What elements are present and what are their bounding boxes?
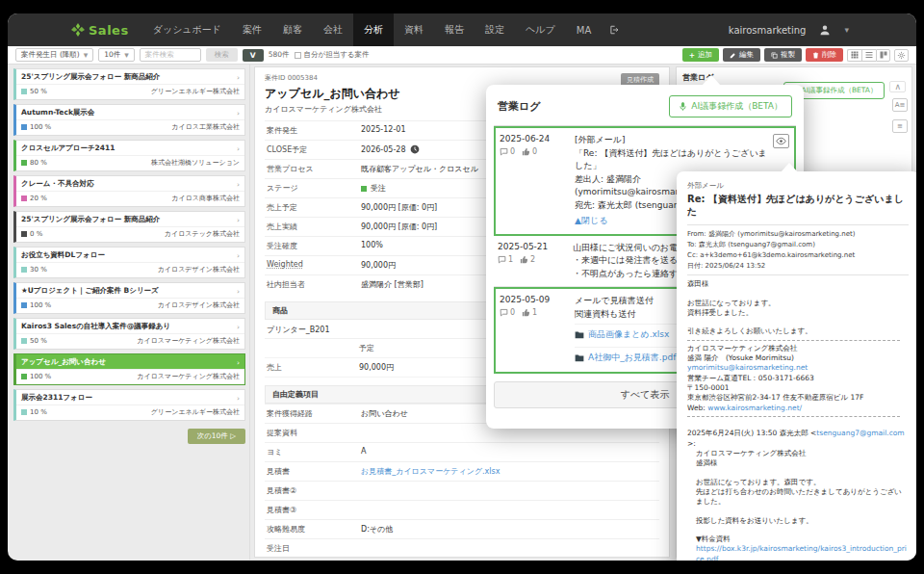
email-kind-label: 外部メール (687, 181, 909, 191)
collapse-icon[interactable]: ∧ (889, 81, 906, 92)
email-body-line: 森田様 (687, 279, 909, 289)
nav-item-資料[interactable]: 資料 (394, 13, 434, 46)
list-view-icon[interactable] (861, 49, 876, 62)
deal-card[interactable]: ★Uプロジェクト｜ご紹介案件 Bシリーズ›100 %カイロスデザイン株式会社 (13, 282, 245, 314)
file-link[interactable]: お見積書_カイロスマーケティング.xlsx (361, 466, 500, 477)
deal-card[interactable]: クレーム・不具合対応›20 %カイロス商事株式会社 (13, 175, 245, 207)
deal-card[interactable]: アップセル_お問い合わせ›100 %カイロスマーケティング株式会社 (13, 353, 245, 385)
deal-card[interactable]: Kairos3 Salesの自社導入案件@議事録あり›50 %カイロスマーケティ… (13, 318, 245, 350)
deal-card[interactable]: 展示会2311フォロー›10 %グリーンエネルギー株式会社 (13, 389, 245, 421)
nav-item-報告[interactable]: 報告 (434, 13, 475, 46)
field-text: 90,000円 [原価: 0円] (361, 202, 437, 213)
email-meta-line: To: 森光太郎 (tsenguang7@gmail.com) (687, 240, 909, 250)
field-text: 受注 (371, 183, 386, 194)
ai-minutes-button-popup[interactable]: AI議事録作成（BETA） (669, 95, 792, 117)
field-text: A (361, 447, 366, 456)
log-entry-counts: 01 (500, 308, 575, 317)
my-deals-checkbox[interactable]: 自分が担当する案件 (295, 50, 370, 60)
field-value (361, 543, 657, 554)
deal-card[interactable]: クロスセルアプローチ2411›80 %株式会社湖橋ソリューション (13, 140, 245, 171)
deal-company-name: カイロス商事株式会社 (171, 194, 240, 203)
nav-item-案件[interactable]: 案件 (232, 13, 272, 46)
search-button[interactable]: 検索 (206, 48, 238, 62)
nav-item-MA[interactable]: MA (566, 13, 602, 46)
edit-button[interactable]: 編集 (723, 48, 760, 62)
app-logo[interactable]: Sales (8, 13, 142, 46)
email-link[interactable]: https://box.k3r.jp/kairosmarketing/kairo… (696, 544, 907, 561)
field-label: 売上予定 (267, 202, 361, 213)
add-button[interactable]: +追加 (682, 48, 719, 62)
trash-icon (812, 52, 819, 59)
search-input[interactable]: 案件検索 (140, 48, 201, 62)
thumbs-up-icon (520, 255, 528, 264)
deal-percent: 10 % (30, 408, 47, 416)
comment-bubble-icon (500, 308, 508, 317)
page-size-dropdown[interactable]: 10件▾ (98, 48, 135, 62)
nav-item-設定[interactable]: 設定 (475, 13, 515, 46)
view-email-button[interactable] (773, 134, 789, 148)
email-popup: 外部メール Re: 【資料送付】先ほどはありがとうございました From: 盛満… (677, 171, 916, 561)
email-body-line: Web: www.kairosmarketing.net/ (687, 404, 909, 413)
comment-bubble-icon (498, 255, 506, 264)
account-name[interactable]: kairosmarketing (729, 25, 807, 36)
email-link[interactable]: tsenguang7@gmail.com (816, 429, 904, 437)
nav-item-分析[interactable]: 分析 (353, 13, 394, 46)
log-entry-counts: 00 (500, 147, 575, 156)
field-value (361, 428, 657, 438)
logout-button[interactable] (602, 13, 627, 46)
sort-dropdown[interactable]: 案件発生日 (降順)▾ (15, 48, 93, 62)
grid-view-icon[interactable] (847, 49, 861, 62)
account-caret-icon[interactable]: ▾ (844, 25, 849, 35)
deal-company-name: カイロスマーケティング株式会社 (137, 372, 240, 381)
field-label: ステージ (267, 183, 361, 194)
log-entry-counts: 12 (498, 255, 573, 264)
nav-item-顧客[interactable]: 顧客 (272, 13, 313, 46)
deal-card[interactable]: 25'スプリング展示会フォロー 新商品紹介›0 %カイロステック株式会社 (13, 211, 245, 243)
email-body-line: カイロスマーケティング株式会社 (687, 449, 909, 458)
email-body-line: 営業チーム直通TEL：050-3171-6663 (687, 374, 909, 383)
nav-item-ダッシュボード[interactable]: ダッシュボード (142, 13, 232, 46)
nav-item-ヘルプ[interactable]: ヘルプ (515, 13, 566, 46)
navbar: Sales ダッシュボード案件顧客会社分析資料報告設定ヘルプMA kairosm… (8, 13, 916, 46)
log-entry-date: 2025-05-2112 (498, 242, 573, 281)
filter-button[interactable]: V (243, 49, 264, 62)
email-body-line: 〒150-0001 (687, 383, 909, 393)
deal-card-title-text: アップセル_お問い合わせ (21, 357, 106, 367)
email-body-line: 引き続きよろしくお願いいたします。 (687, 326, 909, 336)
nav-item-会社[interactable]: 会社 (313, 13, 353, 46)
progress-square-icon (21, 160, 27, 166)
next-page-button[interactable]: 次の10件 ▷ (188, 429, 245, 444)
text-format-icon[interactable]: A≡ (892, 98, 908, 112)
field-label: 見積書② (267, 485, 361, 496)
chevron-right-icon: › (237, 109, 240, 117)
deal-card-meta: 0 %カイロステック株式会社 (16, 226, 244, 242)
progress-square-icon (21, 231, 27, 237)
deal-card[interactable]: 25'スプリング展示会フォロー 新商品紹介›50 %グリーンエネルギー株式会社 (13, 68, 245, 100)
deal-card-title-text: 展示会2311フォロー (21, 393, 92, 403)
nav-items: ダッシュボード案件顧客会社分析資料報告設定ヘルプMA (142, 13, 603, 46)
field-value (361, 485, 657, 496)
thumbs-up-icon (522, 147, 530, 156)
email-body-line: 2025年6月24日(火) 13:50 森光太郎 <tsenguang7@gma… (687, 429, 909, 449)
email-body-line: お世話になっております。 (687, 299, 909, 308)
menu-icon[interactable]: ≡ (892, 119, 908, 133)
user-icon[interactable] (819, 24, 831, 36)
board-view-icon[interactable] (876, 49, 890, 62)
chevron-right-icon: › (237, 73, 240, 82)
settings-gear-icon[interactable] (894, 49, 909, 62)
deal-card-title: 25'スプリング展示会フォロー 新商品紹介› (16, 69, 244, 84)
deal-card[interactable]: お役立ち資料DLフォロー›30 %カイロスデザイン株式会社 (13, 247, 245, 278)
delete-button[interactable]: 削除 (806, 48, 843, 62)
deal-card-meta: 100 %カイロス工業株式会社 (16, 119, 244, 135)
deal-progress: 100 % (21, 373, 51, 380)
duplicate-button[interactable]: 複製 (764, 48, 802, 62)
email-link[interactable]: ymorimitsu@kairosmarketing.net (687, 363, 808, 372)
email-link[interactable]: www.kairosmarketing.net/ (707, 404, 802, 412)
sales-logo-icon (71, 23, 85, 37)
field-text: 100% (361, 241, 383, 249)
email-subject: Re: 【資料送付】先ほどはありがとうございました (687, 193, 909, 218)
deal-card-meta: 20 %カイロス商事株式会社 (16, 191, 244, 206)
deal-card-meta: 100 %カイロスデザイン株式会社 (16, 298, 244, 313)
chevron-down-icon: ▾ (84, 50, 89, 60)
deal-card[interactable]: Autumn-Teck展示会›100 %カイロス工業株式会社 (13, 104, 245, 136)
